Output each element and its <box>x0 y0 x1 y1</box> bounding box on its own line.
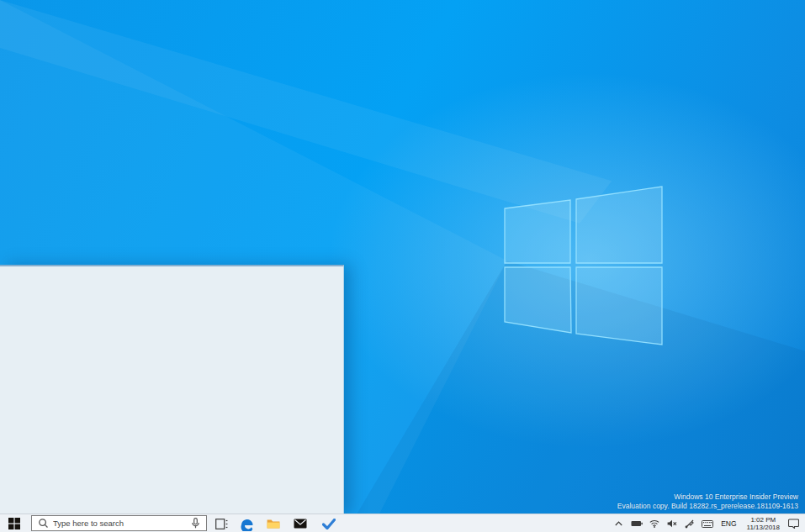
edge-button[interactable] <box>236 514 257 532</box>
mail-button[interactable] <box>289 514 311 532</box>
search-input[interactable] <box>53 519 192 528</box>
to-do-button[interactable] <box>318 514 340 532</box>
speaker-muted-icon <box>667 519 677 528</box>
file-explorer-icon <box>267 519 280 529</box>
taskbar: ENG 1:02 PM 11/13/2018 <box>0 514 805 532</box>
evaluation-watermark: Windows 10 Enterprise Insider Preview Ev… <box>617 492 798 511</box>
chevron-up-icon <box>615 521 622 526</box>
windows-start-icon <box>8 518 20 529</box>
watermark-line1: Windows 10 Enterprise Insider Preview <box>617 492 798 502</box>
microphone-icon[interactable] <box>192 518 199 529</box>
start-button[interactable] <box>0 514 29 532</box>
system-tray: ENG 1:02 PM 11/13/2018 <box>611 514 805 532</box>
action-center-button[interactable] <box>786 514 802 532</box>
clock[interactable]: 1:02 PM 11/13/2018 <box>743 516 784 531</box>
to-do-check-icon <box>322 519 336 529</box>
volume-button[interactable] <box>664 514 680 532</box>
task-view-button[interactable] <box>210 514 232 532</box>
task-view-icon <box>215 519 228 529</box>
network-status-button[interactable] <box>646 514 662 532</box>
touch-keyboard-button[interactable] <box>699 514 715 532</box>
windows-wallpaper-logo-icon <box>471 160 690 361</box>
language-indicator[interactable]: ENG <box>717 519 740 528</box>
clock-date: 11/13/2018 <box>747 524 780 531</box>
mail-icon <box>294 519 307 529</box>
taskbar-search[interactable] <box>31 515 207 531</box>
start-menu: # 3D Viewer A Alarms & Clock C Calculato… <box>0 265 344 515</box>
clock-time: 1:02 PM <box>747 516 780 524</box>
file-explorer-button[interactable] <box>262 514 284 532</box>
show-hidden-icons-button[interactable] <box>611 514 627 532</box>
watermark-line2: Evaluation copy. Build 18282.rs_prerelea… <box>617 502 798 511</box>
wifi-icon <box>649 519 659 528</box>
notification-bubble-icon <box>788 519 799 529</box>
search-icon <box>39 519 48 528</box>
keyboard-icon <box>702 520 713 528</box>
usb-icon <box>685 519 694 529</box>
desktop: Windows 10 Enterprise Insider Preview Ev… <box>0 0 805 532</box>
edge-icon <box>240 517 254 531</box>
battery-icon <box>631 520 643 527</box>
battery-status-button[interactable] <box>628 514 644 532</box>
usb-device-button[interactable] <box>681 514 697 532</box>
